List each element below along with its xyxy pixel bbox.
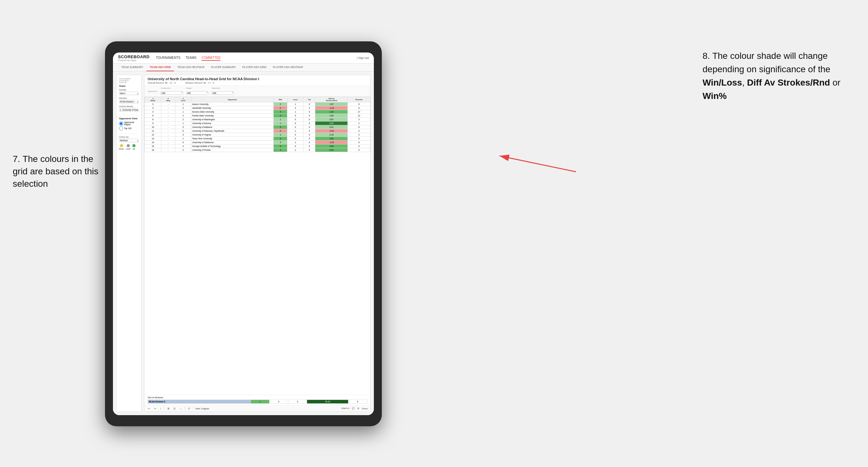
data-table-wrapper: #Rank #Reg #Conf Opponent Win Loss Tie D… [145,97,370,395]
comment-btn[interactable]: 💬 [352,407,355,410]
cell-rounds: 3 [348,129,370,133]
subnav-team-summary[interactable]: TEAM SUMMARY [118,64,146,71]
opponent-select[interactable]: (All) [212,91,234,95]
cell-win: 1 [274,122,287,125]
cell-opponent: Arizona State University [191,110,273,114]
out-of-div-win: 1 [250,400,269,404]
colour-by-label: Colour by [119,136,139,138]
table-body: 2 - 1 Auburn University 2 1 0 1.67 9 3 -… [145,102,370,152]
cell-conf: 2 [175,118,191,122]
table-row: 14 - 0 University of Oklahoma 3 1 0 -1.0… [145,141,370,145]
cell-loss: 0 [287,125,304,129]
colour-by-select[interactable]: Win/loss [119,139,139,142]
conference-select[interactable]: (All) [161,91,183,95]
sign-out-link[interactable]: | Sign out [357,56,369,60]
school-label: School (Rank) [119,105,139,107]
cell-loss: 0 [287,145,304,148]
cell-reg: - [161,145,175,148]
subnav-player-summary[interactable]: PLAYER SUMMARY [208,64,239,71]
move-btn[interactable]: ↕ [159,407,162,410]
cell-rank: 11 [145,129,161,133]
cell-tie: 0 [304,145,315,148]
nav-item-tournaments[interactable]: TOURNAMENTS [156,55,180,61]
subnav-player-h2h-heatmap[interactable]: PLAYER H2H HEATMAP [270,64,306,71]
th-win: Win [274,97,287,102]
table-row: 9 - 1 University of Arizona 1 0 0 9.00 2 [145,122,370,125]
legend-up-label: Up [133,148,135,150]
undo-btn[interactable]: ↩ [147,407,151,410]
nav-item-teams[interactable]: TEAMS [186,55,196,61]
grid-area: University of North Carolina Head-to-Hea… [144,75,371,412]
share-btn[interactable]: Share [362,407,368,410]
cell-rank: 13 [145,137,161,141]
cell-rank: 14 [145,141,161,145]
conference-filter: Conference (All) [161,87,183,95]
cell-win: 5 [274,110,287,114]
cell-loss: 1 [287,110,304,114]
cell-rounds: 3 [348,118,370,122]
table-row: 12 - 3 University of Virginia 1 0 0 2.33… [145,133,370,137]
legend-level-label: Level [126,148,130,150]
division-select[interactable]: NCAA Division I [119,100,139,103]
overall-record: Overall Record: 89 - 17 - 0 [148,82,176,84]
copy-btn[interactable]: ⊞ [166,407,170,410]
cell-rounds: 12 [348,114,370,118]
cell-rank: 12 [145,133,161,137]
redo-btn[interactable]: ↪ [153,407,157,410]
cell-reg: - [161,129,175,133]
cell-rounds: 9 [348,145,370,148]
cell-tie: 0 [304,106,315,110]
cell-rounds: 9 [348,141,370,145]
cell-reg: - [161,137,175,141]
region-select[interactable]: (All) [186,91,209,95]
gender-field: Gender Men's [119,89,139,95]
cell-rank: 9 [145,122,161,125]
radio-group: Opponents Played Top 100 [119,121,139,130]
legend-down-dot [120,144,123,147]
nav-item-committee[interactable]: COMMITTEE [202,55,220,61]
color-legend: Down Level Up [119,144,139,150]
cell-rounds: 9 [348,148,370,152]
radio-opponents-played[interactable]: Opponents Played [119,121,139,126]
cell-rounds: 9 [348,102,370,106]
tablet-screen: SCOREBOARD Powered by clippd TOURNAMENTS… [113,53,374,415]
grid-subtitle: Overall Record: 89 - 17 - 0 Division Rec… [148,82,367,84]
out-of-div-loss: 0 [270,400,288,404]
watch-btn[interactable]: Watch ▾ [341,407,350,410]
table-row: 4 - 1 Arizona State University 5 1 0 2.2… [145,110,370,114]
table-row: 13 - 1 Texas Tech University 3 0 0 5.56 … [145,137,370,141]
cell-reg: - [161,118,175,122]
radio-top100[interactable]: Top 100 [119,126,139,130]
cell-opponent: University of Florida [191,148,273,152]
grid-view-btn[interactable]: ⊞ [357,407,359,410]
timer-btn[interactable]: ⏱ [187,407,191,410]
cell-opponent: University of Oklahoma [191,141,273,145]
cell-diff: 2.28 [315,110,348,114]
subnav-team-h2h-grid[interactable]: TEAM H2H GRID [146,64,174,71]
cell-loss: 0 [287,133,304,137]
cell-diff: 1.83 [315,114,348,118]
toolbar-divider-2 [185,407,185,410]
cell-tie: 0 [304,141,315,145]
paste-btn[interactable]: ⊡ [173,407,177,410]
format-btn[interactable]: ·– [179,407,183,410]
division-field: Division NCAA Division I [119,97,139,103]
th-diff: Diff AvStrokes/Rnd [315,97,348,102]
school-select[interactable]: 1. University of Nort... [119,108,139,112]
cell-conf: 2 [175,106,191,110]
cell-tie: 0 [304,122,315,125]
cell-tie: 0 [304,110,315,114]
annotation-left: 7. The colours in the grid are based on … [13,153,102,190]
subnav-player-h2h-grid[interactable]: PLAYER H2H GRID [239,64,270,71]
subnav-team-h2h-heatmap[interactable]: TEAM H2H HEATMAP [174,64,208,71]
cell-opponent: Auburn University [191,102,273,106]
cell-tie: 0 [304,133,315,137]
tablet: SCOREBOARD Powered by clippd TOURNAMENTS… [105,41,382,426]
cell-win: 3 [274,125,287,129]
gender-select[interactable]: Men's [119,92,139,95]
cell-opponent: University of Arizona [191,122,273,125]
logo-sub: Powered by clippd [118,59,136,61]
sub-nav: TEAM SUMMARY TEAM H2H GRID TEAM H2H HEAT… [113,64,374,71]
cell-loss: 1 [287,141,304,145]
table-row: 3 - 2 Vanderbilt University 0 4 0 -2.29 … [145,106,370,110]
